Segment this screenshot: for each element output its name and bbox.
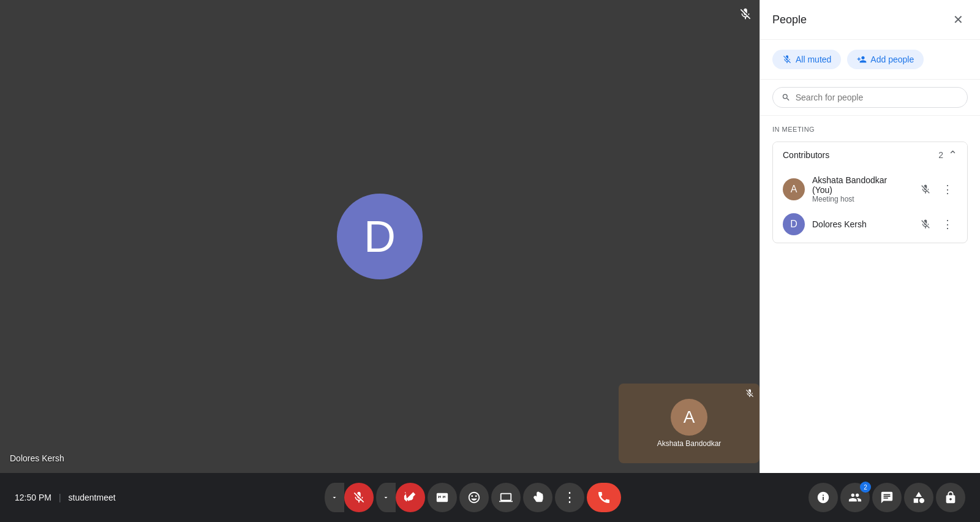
all-muted-label: All muted — [796, 55, 831, 64]
more-options-icon: ⋮ — [563, 490, 576, 505]
info-icon — [816, 491, 830, 504]
cam-group — [376, 483, 425, 512]
toolbar-separator: | — [59, 493, 61, 502]
panel-header: People ✕ — [760, 0, 980, 40]
add-people-label: Add people — [870, 55, 914, 64]
toolbar: 12:50 PM | studentmeet — [0, 473, 980, 522]
contributors-label: Contributors — [783, 150, 829, 160]
cam-off-icon — [404, 491, 417, 504]
people-icon — [848, 491, 862, 504]
chat-button[interactable] — [872, 483, 902, 512]
toolbar-right: 2 — [809, 483, 965, 512]
self-view-name: Akshata Bandodkar — [657, 439, 722, 448]
people-panel: People ✕ All muted Add people — [760, 0, 980, 473]
emoji-button[interactable] — [459, 483, 489, 512]
raise-hand-button[interactable] — [523, 483, 552, 512]
table-row: A Akshata Bandodkar (You) Meeting host ⋮ — [773, 170, 967, 208]
all-muted-button[interactable]: All muted — [772, 50, 841, 69]
self-avatar-letter: A — [684, 407, 695, 427]
emoji-icon — [467, 491, 481, 504]
in-meeting-section: IN MEETING — [760, 116, 980, 137]
toolbar-meeting-name: studentmeet — [69, 493, 116, 502]
more-options-button[interactable]: ⋮ — [555, 483, 584, 512]
person-more-button[interactable]: ⋮ — [938, 214, 957, 234]
people-button[interactable]: 2 — [840, 483, 870, 512]
mic-off-icon — [352, 491, 366, 504]
person-mic-off-icon — [920, 184, 931, 195]
toolbar-time: 12:50 PM — [15, 493, 51, 502]
add-people-icon — [857, 55, 867, 64]
cam-toggle-button[interactable] — [396, 483, 425, 512]
contributors-count-chevron: 2 ⌃ — [938, 148, 957, 162]
people-badge: 2 — [860, 482, 871, 493]
mic-arrow-button[interactable] — [325, 483, 344, 512]
chat-icon — [880, 491, 894, 504]
in-meeting-label: IN MEETING — [772, 126, 815, 133]
person-controls: ⋮ — [916, 180, 957, 199]
person-role: Meeting host — [812, 195, 908, 203]
info-button[interactable] — [809, 483, 838, 512]
avatar: A — [783, 178, 805, 200]
self-view-pip: A Akshata Bandodkar — [619, 384, 760, 463]
activities-button[interactable] — [904, 483, 933, 512]
person-name: Akshata Bandodkar (You) — [812, 175, 908, 195]
avatar-letter: D — [364, 211, 396, 262]
add-people-button[interactable]: Add people — [847, 50, 924, 69]
person-controls: ⋮ — [916, 214, 957, 234]
captions-icon — [435, 491, 449, 504]
toolbar-left: 12:50 PM | studentmeet — [15, 493, 137, 502]
person-mic-off-icon — [920, 219, 931, 230]
end-call-icon — [597, 490, 611, 505]
self-view-avatar: A — [671, 399, 707, 436]
captions-button[interactable] — [428, 483, 457, 512]
search-icon — [782, 93, 791, 102]
search-box — [772, 87, 968, 108]
close-panel-button[interactable]: ✕ — [948, 10, 968, 29]
search-input[interactable] — [796, 93, 959, 102]
person-info: Akshata Bandodkar (You) Meeting host — [812, 175, 908, 203]
chevron-up-icon: ⌃ — [948, 148, 957, 162]
main-participant-name: Dolores Kersh — [10, 453, 64, 463]
person-more-button[interactable]: ⋮ — [938, 180, 957, 199]
lock-icon — [944, 491, 957, 504]
lock-button[interactable] — [936, 483, 965, 512]
mic-group — [325, 483, 374, 512]
people-list: A Akshata Bandodkar (You) Meeting host ⋮ — [773, 168, 967, 243]
contributors-count: 2 — [938, 150, 943, 160]
table-row: D Dolores Kersh ⋮ — [773, 208, 967, 240]
main-participant-avatar: D — [337, 194, 423, 279]
present-icon — [499, 491, 513, 504]
person-info: Dolores Kersh — [812, 219, 908, 229]
video-mute-indicator — [739, 7, 752, 24]
person-mute-button[interactable] — [916, 180, 935, 199]
activities-icon — [912, 491, 925, 504]
avatar: D — [783, 213, 805, 235]
self-view-mute-icon — [745, 388, 755, 400]
search-area — [760, 80, 980, 116]
video-area: D Dolores Kersh A Akshata Bandodkar — [0, 0, 760, 473]
cam-arrow-button[interactable] — [376, 483, 396, 512]
contributors-section: Contributors 2 ⌃ A Akshata Bandodkar (Yo… — [772, 142, 968, 243]
person-mute-button[interactable] — [916, 214, 935, 234]
panel-actions: All muted Add people — [760, 40, 980, 80]
contributors-header[interactable]: Contributors 2 ⌃ — [773, 142, 967, 168]
end-call-button[interactable] — [587, 483, 621, 512]
panel-title: People — [772, 13, 807, 26]
toolbar-center: ⋮ — [325, 483, 621, 512]
person-name: Dolores Kersh — [812, 219, 908, 229]
raise-hand-icon — [531, 491, 545, 504]
present-button[interactable] — [491, 483, 521, 512]
mute-all-icon — [782, 55, 792, 64]
mic-toggle-button[interactable] — [344, 483, 374, 512]
